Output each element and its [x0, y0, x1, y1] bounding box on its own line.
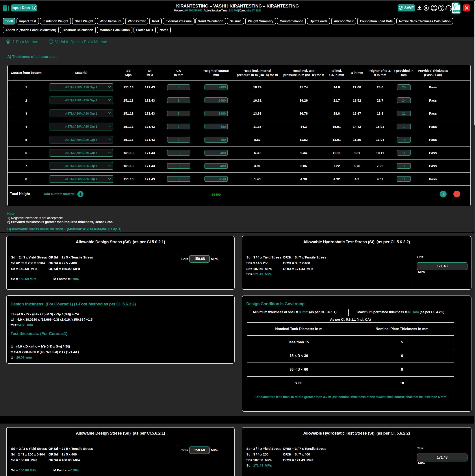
svg-text:DWG: DWG	[454, 10, 459, 12]
